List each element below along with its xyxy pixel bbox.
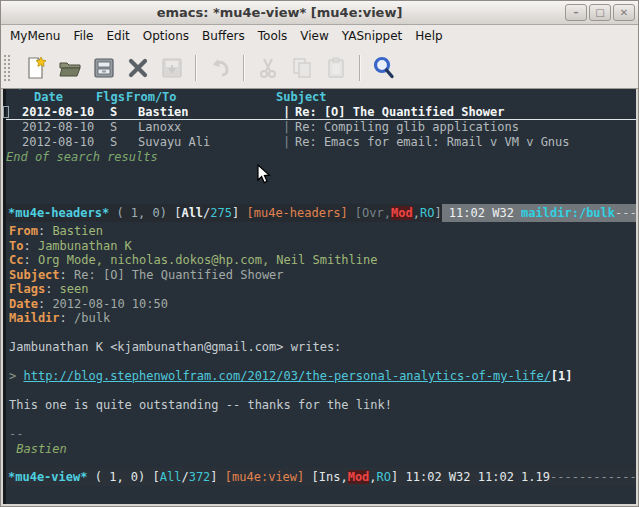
- hollow-cursor: [3, 106, 9, 118]
- menu-help[interactable]: Help: [415, 29, 442, 43]
- buffer-name: *mu4e-view*: [8, 470, 87, 484]
- sort-descending-icon: [16, 89, 24, 104]
- paste-clipboard-icon: [324, 56, 348, 80]
- signature: Bastien: [9, 442, 636, 457]
- toolbar-grip[interactable]: [3, 54, 11, 82]
- emacs-window: emacs: *mu4e-view* [mu4e:view] – □ ✕ MyM…: [0, 0, 639, 507]
- field-from: From: Bastien: [9, 224, 636, 239]
- column-flags[interactable]: Flgs: [96, 89, 126, 105]
- row-date: 2012-08-10: [22, 135, 110, 150]
- save-as-icon: [160, 56, 184, 80]
- row-date: 2012-08-10: [22, 120, 110, 135]
- clock-and-position: 11:02 W32 11:02 1.19: [398, 470, 550, 484]
- row-from: Bastien: [138, 105, 283, 119]
- modeline-headers-left: *mu4e-headers* ( 1, 0) [All/275] [mu4e-h…: [3, 204, 442, 222]
- column-from[interactable]: From/To: [126, 89, 276, 105]
- row-flags: S: [110, 105, 138, 119]
- mu4e-headers-window: Date Flgs From/To Subject 2012-08-10 S B…: [3, 89, 636, 204]
- modified-flag: Mod: [391, 206, 413, 220]
- quoted-link-line: > http://blog.stephenwolfram.com/2012/03…: [9, 369, 636, 384]
- delete-button[interactable]: [123, 53, 153, 83]
- toolbar: [1, 47, 638, 89]
- close-button[interactable]: ✕: [613, 4, 635, 21]
- row-subject: Re: Emacs for email: Rmail v VM v Gnus: [295, 135, 570, 150]
- menu-yasnippet[interactable]: YASnippet: [342, 29, 403, 43]
- minimize-icon: –: [574, 8, 579, 18]
- maximize-button[interactable]: □: [589, 4, 611, 21]
- field-cc: Cc: Org Mode, nicholas.dokos@hp.com, Nei…: [9, 253, 636, 268]
- menu-options[interactable]: Options: [143, 29, 189, 43]
- search-button[interactable]: [369, 53, 399, 83]
- message-row-selected[interactable]: 2012-08-10 S Bastien | Re: [O] The Quant…: [3, 105, 636, 120]
- row-from: Lanoxx: [138, 120, 283, 135]
- row-date: 2012-08-10: [22, 105, 110, 119]
- row-separator: |: [283, 120, 295, 135]
- cut-button[interactable]: [253, 53, 283, 83]
- toolbar-separator: [195, 55, 197, 81]
- buffer-name: *mu4e-headers*: [8, 206, 109, 220]
- save-as-button[interactable]: [157, 53, 187, 83]
- echo-area[interactable]: [3, 486, 636, 504]
- attribution-line: Jambunathan K <kjambunathan@gmail.com> w…: [9, 340, 636, 355]
- open-folder-icon: [58, 56, 82, 80]
- headers-header-line[interactable]: Date Flgs From/To Subject: [3, 89, 636, 105]
- toolbar-separator: [359, 55, 361, 81]
- column-subject[interactable]: Subject: [276, 89, 327, 105]
- new-file-button[interactable]: [21, 53, 51, 83]
- undo-button[interactable]: [205, 53, 235, 83]
- menu-view[interactable]: View: [300, 29, 328, 43]
- mu4e-view-window: From: Bastien To: Jambunathan K Cc: Org …: [3, 222, 636, 468]
- row-flags: S: [110, 120, 138, 135]
- article-link[interactable]: http://blog.stephenwolfram.com/2012/03/t…: [23, 369, 550, 383]
- copy-icon: [290, 56, 314, 80]
- footnote-ref: [1]: [551, 369, 573, 383]
- menu-buffers[interactable]: Buffers: [202, 29, 245, 43]
- field-to: To: Jambunathan K: [9, 239, 636, 254]
- modified-flag: Mod: [348, 470, 370, 484]
- column-date[interactable]: Date: [14, 89, 96, 105]
- end-of-search-results: End of search results: [3, 150, 636, 165]
- window-title: emacs: *mu4e-view* [mu4e:view]: [1, 5, 558, 20]
- new-file-icon: [24, 56, 48, 80]
- window-controls: – □ ✕: [565, 4, 635, 21]
- cut-scissors-icon: [256, 56, 280, 80]
- save-icon: [92, 56, 116, 80]
- emacs-frame: Date Flgs From/To Subject 2012-08-10 S B…: [3, 89, 636, 504]
- row-separator: |: [283, 135, 295, 150]
- modeline-view-content: *mu4e-view* ( 1, 0) [All/372] [mu4e:view…: [3, 468, 636, 486]
- major-mode: [mu4e:view]: [225, 470, 304, 484]
- field-flags: Flags: seen: [9, 282, 636, 297]
- row-from: Suvayu Ali: [138, 135, 283, 150]
- paste-button[interactable]: [321, 53, 351, 83]
- message-row[interactable]: 2012-08-10 S Lanoxx | Re: Compiling glib…: [3, 120, 636, 135]
- maximize-icon: □: [595, 8, 604, 18]
- menu-tools[interactable]: Tools: [258, 29, 288, 43]
- menu-edit[interactable]: Edit: [107, 29, 130, 43]
- open-file-button[interactable]: [55, 53, 85, 83]
- toolbar-separator: [243, 55, 245, 81]
- left-fringe: [3, 89, 6, 504]
- menu-bar: MyMenu File Edit Options Buffers Tools V…: [1, 25, 638, 47]
- row-separator: |: [283, 105, 295, 119]
- message-row[interactable]: 2012-08-10 S Suvayu Ali | Re: Emacs for …: [3, 135, 636, 150]
- close-icon: ✕: [620, 8, 628, 18]
- row-subject: Re: [O] The Quantified Shower: [295, 105, 505, 119]
- row-flags: S: [110, 135, 138, 150]
- modeline-headers-right: 11:02 W32 maildir:/bulk-------------: [442, 204, 636, 222]
- mouse-cursor-icon: [257, 164, 271, 188]
- modeline-view: *mu4e-view* ( 1, 0) [All/372] [mu4e:view…: [3, 468, 636, 486]
- menu-mymenu[interactable]: MyMenu: [10, 29, 60, 43]
- save-button[interactable]: [89, 53, 119, 83]
- comment-line: This one is quite outstanding -- thanks …: [9, 398, 636, 413]
- menu-file[interactable]: File: [73, 29, 93, 43]
- field-date: Date: 2012-08-10 10:50: [9, 297, 636, 312]
- search-icon: [371, 55, 397, 81]
- copy-button[interactable]: [287, 53, 317, 83]
- titlebar[interactable]: emacs: *mu4e-view* [mu4e:view] – □ ✕: [1, 1, 638, 25]
- minimize-button[interactable]: –: [565, 4, 587, 21]
- field-subject: Subject: Re: [O] The Quantified Shower: [9, 268, 636, 283]
- delete-x-icon: [126, 56, 150, 80]
- signature-separator: --: [9, 427, 636, 442]
- maildir-indicator: maildir:/bulk: [521, 206, 615, 220]
- row-subject: Re: Compiling glib applications: [295, 120, 519, 135]
